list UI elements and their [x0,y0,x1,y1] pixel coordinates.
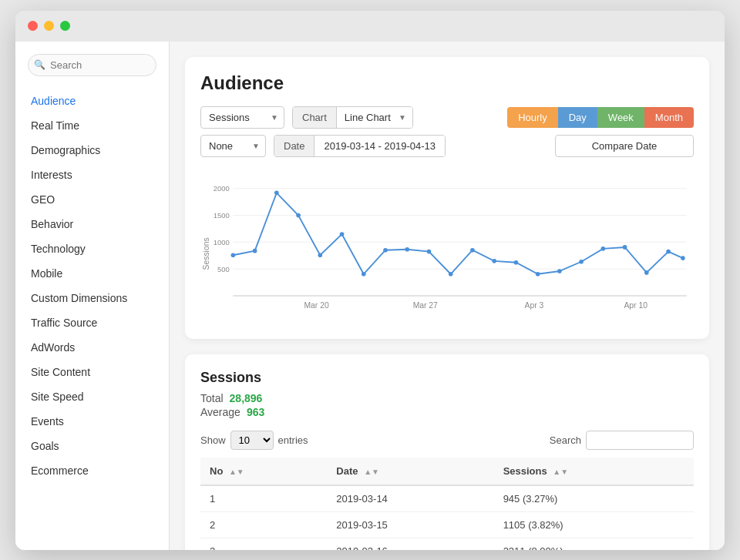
chart-dot [644,270,649,275]
table-row: 3 2019-03-16 2311 (8.00%) [200,538,694,550]
sessions-stats: Total 28,896 Average 963 [200,392,694,418]
y-tick-1500: 1500 [214,211,230,220]
average-label: Average [200,406,240,418]
titlebar [15,11,725,42]
sidebar-item-site-speed[interactable]: Site Speed [15,384,169,409]
chart-type-select[interactable]: Line Chart Bar Chart [337,107,412,128]
cell-date: 2019-03-15 [327,511,493,538]
table-row: 2 2019-03-15 1105 (3.82%) [200,511,694,538]
chart-dot [623,245,627,250]
chart-dot [405,246,409,251]
sidebar-item-realtime[interactable]: Real Time [15,113,169,138]
sidebar-item-goals[interactable]: Goals [15,434,169,458]
sidebar-item-traffic-source[interactable]: Traffic Source [15,310,169,335]
chart-dot [231,253,236,257]
chart-dot [383,247,388,252]
compare-wrap: Compare Date [555,135,694,157]
sidebar-item-mobile[interactable]: Mobile [15,261,169,286]
cell-sessions: 2311 (8.00%) [494,538,694,550]
app-window: 🔍 Audience Real Time Demographics Intere… [15,11,725,550]
search-table-label: Search [550,434,581,446]
line-chart-svg: Sessions 2000 1500 1000 500 [200,169,694,324]
chart-dot [557,269,562,273]
month-button[interactable]: Month [644,107,694,128]
sidebar-item-interests[interactable]: Interests [15,163,169,187]
sidebar-item-site-content[interactable]: Site Content [15,360,169,384]
chart-dot [318,253,322,257]
controls-row-2: None Custom ▼ Date 2019-03-14 - 2019-04-… [200,135,694,157]
show-entries-wrap: Show 10 25 50 100 entries [200,431,308,450]
chart-dot [536,271,540,276]
chart-dot [340,232,345,236]
col-sessions[interactable]: Sessions ▲▼ [494,458,694,485]
chart-dot [492,259,496,263]
cell-sessions: 1105 (3.82%) [494,511,694,538]
chart-dot [579,259,584,263]
sidebar: 🔍 Audience Real Time Demographics Intere… [15,42,170,550]
entries-label: entries [278,434,308,446]
cell-no: 1 [200,485,327,512]
sidebar-item-events[interactable]: Events [15,409,169,434]
sort-sessions-icon: ▲▼ [553,468,568,476]
close-button[interactable] [28,21,38,31]
chart-dot [449,271,453,276]
chart-dot [427,249,432,253]
sessions-card: Sessions Total 28,896 Average 963 [185,354,709,550]
average-stat-row: Average 963 [200,406,694,418]
page-title: Audience [200,72,694,94]
y-tick-500: 500 [217,264,230,273]
chart-dot [296,213,301,217]
compare-date-button[interactable]: Compare Date [555,135,694,157]
controls-row-1: Sessions Users Page Views ▼ Chart Line C… [200,106,694,129]
col-no[interactable]: No ▲▼ [200,458,327,485]
table-search-input[interactable] [586,431,694,450]
table-controls: Show 10 25 50 100 entries Search [200,431,694,450]
chart-dot [362,271,366,276]
chart-area: Sessions 2000 1500 1000 500 [200,169,694,324]
date-label: Date [274,136,314,156]
x-label-mar27: Mar 27 [413,301,438,310]
date-control: Date 2019-03-14 - 2019-04-13 [274,135,446,157]
sidebar-item-behavior[interactable]: Behavior [15,212,169,236]
time-period-buttons: Hourly Day Week Month [507,107,694,128]
sidebar-item-geo[interactable]: GEO [15,187,169,212]
sort-date-icon: ▲▼ [364,468,379,476]
total-stat-row: Total 28,896 [200,392,694,404]
search-icon: 🔍 [34,59,45,70]
cell-no: 2 [200,511,327,538]
chart-type-control: Chart Line Chart Bar Chart ▼ [292,106,413,129]
chart-line [233,193,683,273]
chart-dot [274,190,279,195]
date-value: 2019-03-14 - 2019-04-13 [314,136,445,156]
sidebar-item-demographics[interactable]: Demographics [15,138,169,163]
x-label-apr3: Apr 3 [525,301,544,310]
hourly-button[interactable]: Hourly [507,107,558,128]
main-content: Audience Sessions Users Page Views ▼ Cha… [170,42,725,550]
search-input[interactable] [28,54,156,76]
y-tick-1000: 1000 [214,238,230,246]
metric-select[interactable]: Sessions Users Page Views [200,106,284,129]
col-date[interactable]: Date ▲▼ [327,458,493,485]
week-button[interactable]: Week [597,107,644,128]
maximize-button[interactable] [60,21,70,31]
metric-select-wrap: Sessions Users Page Views ▼ [200,106,284,129]
sidebar-item-ecommerce[interactable]: Ecommerce [15,458,169,483]
x-label-apr10: Apr 10 [624,301,648,310]
chart-dot [681,256,685,260]
sessions-table: No ▲▼ Date ▲▼ Sessions ▲▼ [200,458,694,550]
chart-dot [470,247,475,252]
cell-sessions: 945 (3.27%) [494,485,694,512]
average-value: 963 [247,406,264,418]
entries-select[interactable]: 10 25 50 100 [230,431,274,450]
sessions-heading: Sessions [200,370,694,386]
sidebar-item-audience[interactable]: Audience [15,89,169,113]
sidebar-item-adwords[interactable]: AdWords [15,335,169,360]
day-button[interactable]: Day [558,107,597,128]
segment-select[interactable]: None Custom [200,135,266,157]
minimize-button[interactable] [44,21,54,31]
table-row: 1 2019-03-14 945 (3.27%) [200,485,694,512]
total-label: Total [200,392,224,404]
sidebar-item-custom-dimensions[interactable]: Custom Dimensions [15,286,169,310]
chart-dot [253,248,257,253]
sidebar-item-technology[interactable]: Technology [15,236,169,261]
